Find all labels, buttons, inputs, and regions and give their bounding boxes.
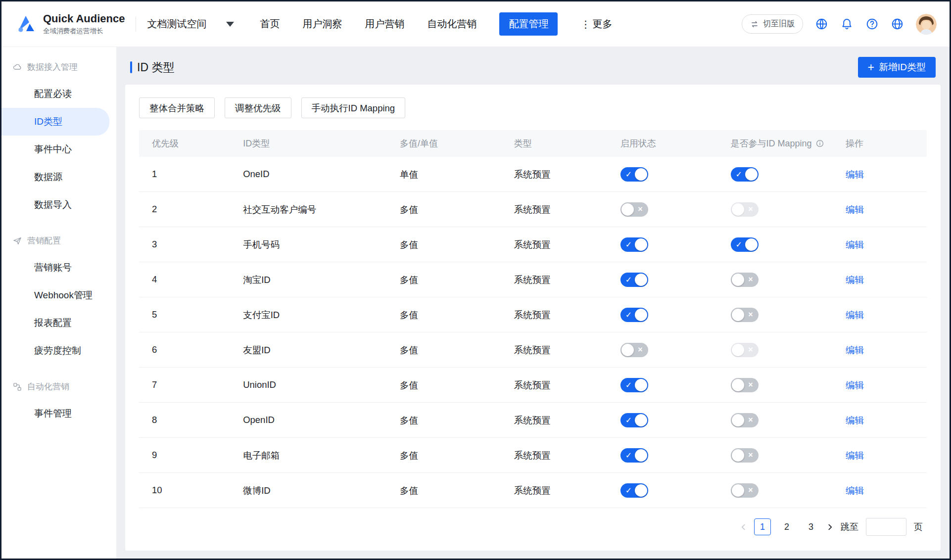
pagination-prev[interactable] xyxy=(740,524,747,530)
enable-toggle[interactable] xyxy=(620,237,648,252)
mapping-toggle[interactable] xyxy=(731,413,759,427)
header-actions: 操作 xyxy=(846,138,927,149)
enable-toggle[interactable] xyxy=(620,483,648,498)
brand-title: Quick Audience xyxy=(43,12,125,25)
sidebar-item-fatigue-control[interactable]: 疲劳度控制 xyxy=(1,337,116,365)
toggle-knob xyxy=(635,414,647,426)
edit-link[interactable]: 编辑 xyxy=(846,380,864,390)
mapping-toggle[interactable] xyxy=(731,273,759,287)
cell-type: 系统预置 xyxy=(514,379,620,391)
nav-more-label: 更多 xyxy=(592,17,612,31)
nav-item-config[interactable]: 配置管理 xyxy=(499,12,558,36)
sidebar-section-title: 营销配置 xyxy=(27,235,61,246)
workspace-selector[interactable]: 文档测试空间 xyxy=(147,17,234,31)
pagination-page-2[interactable]: 2 xyxy=(778,518,795,535)
sidebar-section-title: 数据接入管理 xyxy=(27,61,78,73)
globe-language-icon[interactable] xyxy=(815,17,828,31)
edit-link[interactable]: 编辑 xyxy=(846,275,864,285)
manual-id-mapping-button[interactable]: 手动执行ID Mapping xyxy=(301,97,406,118)
enable-toggle[interactable] xyxy=(620,343,648,357)
mapping-toggle[interactable] xyxy=(731,308,759,322)
nav-item-automation[interactable]: 自动化营销 xyxy=(427,17,476,31)
pagination-page-1[interactable]: 1 xyxy=(754,518,771,535)
switch-old-version-button[interactable]: 切至旧版 xyxy=(742,14,803,34)
enable-toggle[interactable] xyxy=(620,202,648,217)
adjust-priority-button[interactable]: 调整优先级 xyxy=(225,97,291,118)
edit-link[interactable]: 编辑 xyxy=(846,415,864,425)
toggle-knob xyxy=(635,449,647,462)
cell-priority: 7 xyxy=(139,379,243,390)
pagination-jump-input[interactable] xyxy=(866,518,906,536)
edit-link[interactable]: 编辑 xyxy=(846,345,864,355)
add-id-type-button[interactable]: + 新增ID类型 xyxy=(858,57,936,78)
more-vertical-icon: ⋮ xyxy=(580,18,590,30)
mapping-toggle[interactable] xyxy=(731,167,759,182)
sidebar-item-webhook[interactable]: Webhook管理 xyxy=(1,281,116,309)
info-icon[interactable] xyxy=(815,139,824,148)
cell-priority: 6 xyxy=(139,344,243,355)
header-id-mapping: 是否参与ID Mapping xyxy=(731,138,846,149)
toggle-knob xyxy=(732,449,744,462)
mapping-toggle[interactable] xyxy=(731,448,759,463)
sidebar-item-event-management[interactable]: 事件管理 xyxy=(1,400,116,427)
mapping-toggle xyxy=(731,202,759,217)
workspace-label: 文档测试空间 xyxy=(147,17,206,31)
pagination-page-3[interactable]: 3 xyxy=(803,518,819,535)
edit-link[interactable]: 编辑 xyxy=(846,169,864,180)
toggle-knob xyxy=(732,344,744,356)
nav-item-home[interactable]: 首页 xyxy=(260,17,280,31)
sidebar-item-config-readme[interactable]: 配置必读 xyxy=(1,80,116,108)
help-icon[interactable] xyxy=(865,17,879,31)
edit-link[interactable]: 编辑 xyxy=(846,239,864,250)
toggle-knob xyxy=(732,379,744,391)
edit-link[interactable]: 编辑 xyxy=(846,450,864,461)
chevron-left-icon xyxy=(740,524,747,530)
table-row: 10 微博ID 多值 系统预置 编辑 xyxy=(139,473,927,508)
nav-item-user-marketing[interactable]: 用户营销 xyxy=(365,17,404,31)
enable-toggle[interactable] xyxy=(620,273,648,287)
globe-icon[interactable] xyxy=(891,17,904,31)
toggle-knob xyxy=(745,168,758,181)
quick-audience-logo xyxy=(14,12,37,35)
sidebar-item-data-import[interactable]: 数据导入 xyxy=(1,191,116,219)
main-nav: 首页 用户洞察 用户营销 自动化营销 配置管理 ⋮ 更多 xyxy=(260,12,612,36)
cell-value-mode: 多值 xyxy=(400,309,514,321)
page-header: ID 类型 + 新增ID类型 xyxy=(125,47,941,85)
avatar[interactable] xyxy=(916,14,937,35)
cell-type: 系统预置 xyxy=(514,484,620,497)
cell-priority: 9 xyxy=(139,450,243,461)
sidebar-item-marketing-account[interactable]: 营销账号 xyxy=(1,254,116,281)
sidebar-item-report-config[interactable]: 报表配置 xyxy=(1,309,116,337)
table-row: 2 社交互动客户编号 多值 系统预置 编辑 xyxy=(139,192,927,227)
page-title: ID 类型 xyxy=(137,60,174,75)
mapping-toggle[interactable] xyxy=(731,237,759,252)
nav-more[interactable]: ⋮ 更多 xyxy=(580,17,612,31)
toggle-knob xyxy=(635,309,647,321)
cell-id-type: OpenID xyxy=(243,415,400,425)
table-row: 3 手机号码 多值 系统预置 编辑 xyxy=(139,227,927,262)
enable-toggle[interactable] xyxy=(620,413,648,427)
enable-toggle[interactable] xyxy=(620,378,648,392)
edit-link[interactable]: 编辑 xyxy=(846,204,864,215)
enable-toggle[interactable] xyxy=(620,167,648,182)
mapping-toggle[interactable] xyxy=(731,483,759,498)
enable-toggle[interactable] xyxy=(620,308,648,322)
nav-item-user-insight[interactable]: 用户洞察 xyxy=(302,17,342,31)
sidebar-item-id-type[interactable]: ID类型 xyxy=(1,108,109,136)
enable-toggle[interactable] xyxy=(620,448,648,463)
cloud-icon xyxy=(12,62,22,72)
page-title-accent xyxy=(130,61,132,73)
cell-value-mode: 多值 xyxy=(400,344,514,356)
mapping-toggle[interactable] xyxy=(731,378,759,392)
cell-type: 系统预置 xyxy=(514,238,620,251)
header-type: 类型 xyxy=(514,138,620,149)
sidebar-item-event-center[interactable]: 事件中心 xyxy=(1,136,116,163)
edit-link[interactable]: 编辑 xyxy=(846,310,864,320)
table-row: 5 支付宝ID 多值 系统预置 编辑 xyxy=(139,297,927,332)
sidebar-item-data-source[interactable]: 数据源 xyxy=(1,163,116,191)
merge-strategy-button[interactable]: 整体合并策略 xyxy=(139,97,215,118)
pagination-next[interactable] xyxy=(827,524,833,530)
bell-icon[interactable] xyxy=(840,17,854,31)
edit-link[interactable]: 编辑 xyxy=(846,485,864,496)
sidebar-section-marketing-config: 营销配置 xyxy=(1,228,116,254)
